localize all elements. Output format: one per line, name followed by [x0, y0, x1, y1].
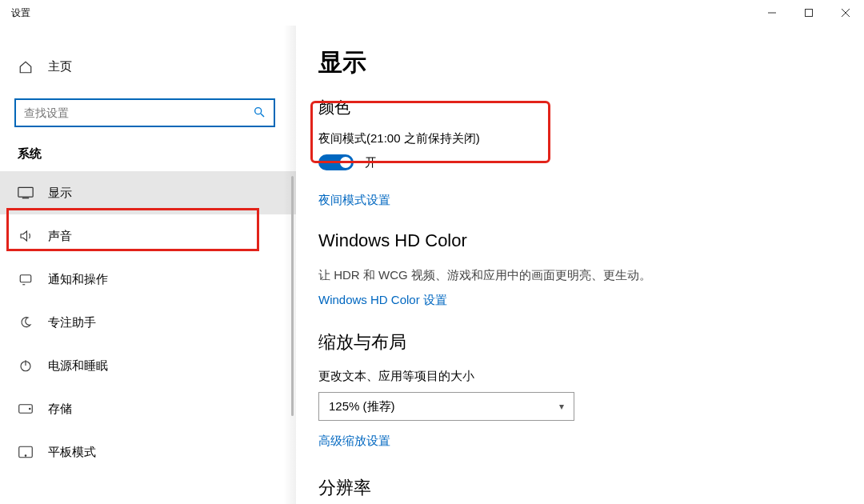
sidebar-item-display[interactable]: 显示: [0, 171, 296, 214]
sidebar-item-focus[interactable]: 专注助手: [0, 301, 296, 344]
svg-rect-1: [806, 10, 813, 17]
sidebar-item-label: 电源和睡眠: [48, 358, 108, 374]
sidebar-item-label: 通知和操作: [48, 272, 108, 287]
hdcolor-settings-link[interactable]: Windows HD Color 设置: [318, 293, 447, 308]
svg-point-4: [255, 107, 262, 114]
night-mode-label: 夜间模式(21:00 之前保持关闭): [318, 131, 845, 146]
tablet-icon: [18, 446, 34, 458]
sidebar-item-storage[interactable]: 存储: [0, 387, 296, 430]
sidebar-item-power[interactable]: 电源和睡眠: [0, 344, 296, 387]
home-link[interactable]: 主页: [0, 53, 296, 81]
titlebar: 设置: [0, 0, 864, 26]
home-icon: [18, 60, 34, 74]
page-title: 显示: [318, 46, 845, 79]
svg-point-14: [25, 455, 26, 457]
night-mode-settings-link[interactable]: 夜间模式设置: [318, 193, 390, 208]
advanced-scale-link[interactable]: 高级缩放设置: [318, 434, 390, 449]
scale-combobox[interactable]: 125% (推荐) ▾: [318, 392, 574, 421]
search-icon: [253, 106, 266, 121]
night-mode-toggle[interactable]: [318, 154, 354, 170]
hdcolor-heading: Windows HD Color: [318, 230, 845, 251]
svg-line-5: [261, 114, 264, 117]
sidebar-item-label: 声音: [48, 229, 72, 244]
sidebar-item-label: 存储: [48, 402, 72, 417]
window-title: 设置: [11, 6, 30, 20]
search-input-wrap[interactable]: [14, 98, 275, 127]
sidebar-item-tablet[interactable]: 平板模式: [0, 430, 296, 474]
night-mode-toggle-state: 开: [365, 155, 377, 170]
color-heading: 颜色: [318, 97, 845, 118]
scale-heading: 缩放与布局: [318, 330, 845, 354]
minimize-button[interactable]: [754, 0, 790, 26]
scale-combobox-value: 125% (推荐): [329, 399, 395, 414]
maximize-button[interactable]: [790, 0, 827, 26]
sidebar-item-label: 平板模式: [48, 445, 96, 460]
notifications-icon: [18, 272, 34, 286]
sidebar-item-label: 显示: [48, 186, 72, 201]
power-icon: [18, 358, 34, 373]
focus-icon: [18, 315, 34, 330]
home-label: 主页: [48, 59, 72, 74]
sidebar-item-notifications[interactable]: 通知和操作: [0, 258, 296, 301]
sidebar-scrollbar[interactable]: [291, 176, 294, 416]
scale-field-label: 更改文本、应用等项目的大小: [318, 369, 845, 384]
resolution-heading: 分辨率: [318, 476, 845, 500]
chevron-down-icon: ▾: [559, 401, 564, 412]
close-button[interactable]: [827, 0, 864, 26]
sidebar: 主页 系统 显示 声音 通知和操作: [0, 26, 296, 504]
display-icon: [18, 186, 34, 199]
svg-rect-8: [20, 275, 31, 282]
storage-icon: [18, 403, 34, 414]
hdcolor-description: 让 HDR 和 WCG 视频、游戏和应用中的画面更明亮、更生动。: [318, 266, 845, 285]
sidebar-item-sound[interactable]: 声音: [0, 214, 296, 258]
search-input[interactable]: [24, 106, 253, 119]
sound-icon: [18, 229, 34, 243]
svg-point-12: [30, 408, 31, 410]
content-area: 显示 颜色 夜间模式(21:00 之前保持关闭) 开 夜间模式设置 Window…: [296, 26, 864, 504]
sidebar-item-label: 专注助手: [48, 315, 96, 330]
svg-rect-6: [18, 187, 33, 197]
sidebar-section-label: 系统: [0, 146, 296, 171]
